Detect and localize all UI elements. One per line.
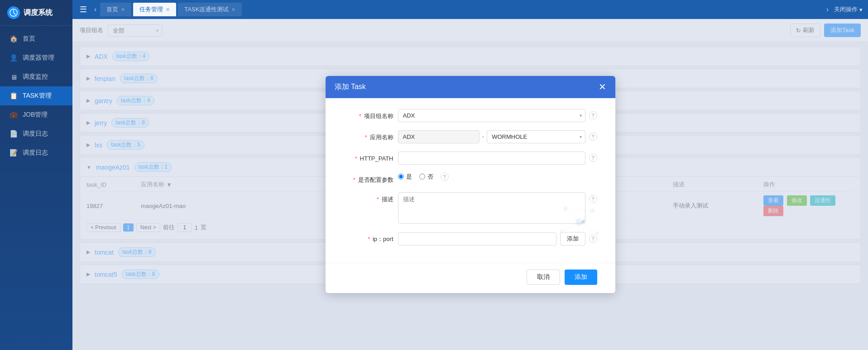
radio-group-config: 是 否 ? — [398, 173, 449, 181]
tab-close-connectivity[interactable]: ✕ — [231, 7, 235, 13]
monitor-icon: 🖥 — [9, 73, 18, 81]
http-path-input[interactable] — [398, 151, 585, 165]
control-ip-port: 添加 ? — [398, 232, 597, 246]
cancel-button[interactable]: 取消 — [527, 270, 560, 285]
form-row-app-name: * 应用名称 - WORMHOLE — [344, 130, 597, 143]
help-icon-config[interactable]: ? — [441, 173, 449, 181]
sidebar-item-scheduler[interactable]: 👤 调度器管理 — [0, 48, 72, 67]
control-description: ? — [398, 192, 597, 224]
form-row-project-group: * 项目组名称 ADX ▾ ? — [344, 109, 597, 122]
radio-yes-label[interactable]: 是 — [398, 173, 412, 181]
app-name-left-wrap — [398, 130, 480, 143]
help-icon-description[interactable]: ? — [589, 195, 597, 203]
modal-header: 添加 Task ✕ — [326, 76, 615, 98]
radio-no[interactable] — [419, 174, 425, 180]
control-app-name: - WORMHOLE ▾ ? — [398, 130, 597, 143]
add-ip-button[interactable]: 添加 — [560, 232, 585, 246]
sidebar-item-log[interactable]: 📝 调度日志 — [0, 143, 72, 162]
sidebar-item-label: 调度监控 — [23, 73, 48, 81]
close-ops-label: 关闭操作 — [834, 5, 858, 14]
top-bar-right: › 关闭操作 ▾ — [825, 4, 863, 15]
tab-home[interactable]: 首页 ✕ — [100, 3, 131, 16]
user-icon: 👤 — [9, 54, 18, 62]
radio-no-label[interactable]: 否 — [419, 173, 433, 181]
modal-footer: 取消 添加 — [326, 263, 615, 293]
tab-close-home[interactable]: ✕ — [121, 7, 125, 13]
top-bar: ☰ ‹ 首页 ✕ 任务管理 ✕ TASK连通性测试 ✕ › 关闭操作 ▾ — [72, 0, 868, 19]
form-row-ip-port: * ip：port 添加 ? — [344, 232, 597, 246]
sidebar-item-task[interactable]: 📋 TASK管理 — [0, 86, 72, 105]
add-task-modal: 添加 Task ✕ — [326, 76, 615, 293]
job-icon: 💼 — [9, 111, 18, 119]
logo-text: 调度系统 — [24, 8, 53, 18]
submit-button[interactable]: 添加 — [565, 270, 597, 285]
app-name-dash: - — [482, 133, 484, 140]
app-name-group: - WORMHOLE ▾ — [398, 130, 585, 143]
label-http-path: * HTTP_PATH — [344, 151, 393, 163]
schedule-log-icon: 📄 — [9, 130, 18, 138]
help-icon-ip-port[interactable]: ? — [589, 235, 597, 243]
description-textarea[interactable] — [398, 192, 585, 224]
control-http-path: ? — [398, 151, 597, 165]
sidebar-item-label: 调度器管理 — [23, 54, 54, 62]
help-icon-project-group[interactable]: ? — [589, 111, 597, 119]
content-area: 项目组名 全部 ▾ ↻ 刷新 添加Task ▶ ADX — [72, 19, 868, 350]
modal-overlay: 添加 Task ✕ — [72, 19, 868, 350]
sidebar-item-label: 首页 — [23, 35, 35, 43]
log-icon: 📝 — [9, 149, 18, 157]
tab-label: TASK连通性测试 — [184, 5, 229, 14]
modal-title: 添加 Task — [335, 82, 366, 92]
sidebar-item-label: 调度日志 — [23, 130, 48, 138]
modal-close-button[interactable]: ✕ — [599, 82, 606, 91]
sidebar: 调度系统 🏠 首页 👤 调度器管理 🖥 调度监控 📋 TASK管理 💼 JOB管… — [0, 0, 72, 350]
radio-yes[interactable] — [398, 174, 404, 180]
logo-icon — [7, 6, 20, 19]
help-icon-app-name[interactable]: ? — [589, 132, 597, 141]
main-area: ☰ ‹ 首页 ✕ 任务管理 ✕ TASK连通性测试 ✕ › 关闭操作 ▾ 项目组… — [72, 0, 868, 350]
control-config-params: 是 否 ? — [398, 173, 597, 181]
form-row-http-path: * HTTP_PATH ? — [344, 151, 597, 165]
nav-back-icon[interactable]: ‹ — [92, 4, 98, 15]
tab-close-task[interactable]: ✕ — [166, 7, 170, 13]
control-project-group: ADX ▾ ? — [398, 109, 597, 122]
ip-port-group: 添加 — [398, 232, 585, 246]
menu-toggle-icon[interactable]: ☰ — [78, 3, 89, 16]
label-config-params: * 是否配置参数 — [344, 173, 393, 184]
tab-task-connectivity[interactable]: TASK连通性测试 ✕ — [178, 3, 242, 16]
tab-task-management[interactable]: 任务管理 ✕ — [133, 3, 176, 16]
label-ip-port: * ip：port — [344, 232, 393, 243]
ip-port-input[interactable] — [398, 232, 556, 246]
sidebar-nav: 🏠 首页 👤 调度器管理 🖥 调度监控 📋 TASK管理 💼 JOB管理 📄 调… — [0, 26, 72, 350]
modal-body: * 项目组名称 ADX ▾ ? — [326, 98, 615, 263]
sidebar-item-label: 调度日志 — [23, 149, 48, 157]
close-ops-button[interactable]: 关闭操作 ▾ — [834, 5, 863, 14]
sidebar-item-home[interactable]: 🏠 首页 — [0, 29, 72, 48]
app-name-right-wrap: WORMHOLE ▾ — [487, 130, 585, 143]
project-group-modal-select[interactable]: ADX — [398, 109, 585, 122]
project-group-modal-select-wrap: ADX ▾ — [398, 109, 585, 122]
sidebar-item-label: TASK管理 — [23, 92, 52, 100]
form-row-description: * 描述 ? — [344, 192, 597, 224]
tab-label: 任务管理 — [139, 5, 163, 14]
sidebar-logo: 调度系统 — [0, 0, 72, 26]
sidebar-item-monitor[interactable]: 🖥 调度监控 — [0, 67, 72, 86]
app-name-left-input[interactable] — [398, 130, 480, 143]
label-description: * 描述 — [344, 192, 393, 203]
tab-label: 首页 — [106, 5, 118, 14]
label-app-name: * 应用名称 — [344, 130, 393, 142]
nav-forward-icon[interactable]: › — [825, 4, 830, 15]
task-icon: 📋 — [9, 92, 18, 100]
sidebar-item-label: JOB管理 — [23, 111, 48, 119]
close-ops-chevron: ▾ — [859, 6, 863, 13]
sidebar-item-schedule-log[interactable]: 📄 调度日志 — [0, 124, 72, 143]
home-icon: 🏠 — [9, 35, 18, 43]
help-icon-http-path[interactable]: ? — [589, 154, 597, 162]
form-row-config-params: * 是否配置参数 是 否 — [344, 173, 597, 184]
label-project-group: * 项目组名称 — [344, 109, 393, 120]
sidebar-item-job[interactable]: 💼 JOB管理 — [0, 105, 72, 124]
app-name-right-select[interactable]: WORMHOLE — [487, 130, 585, 143]
